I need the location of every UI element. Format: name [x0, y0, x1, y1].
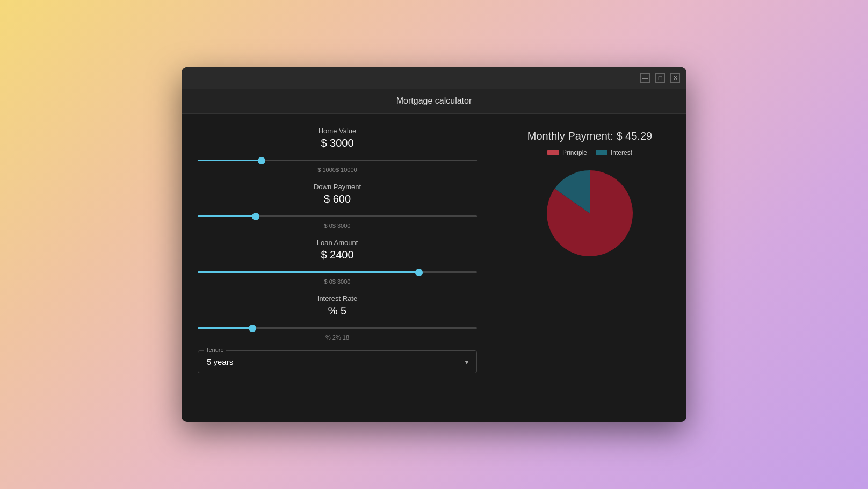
legend-interest-label: Interest [611, 149, 632, 156]
close-button[interactable]: ✕ [670, 73, 680, 83]
pie-chart-svg [541, 165, 638, 262]
home-value-slider-container [198, 154, 477, 163]
down-payment-slider-container [198, 210, 477, 219]
interest-rate-max: % 18 [336, 334, 349, 341]
pie-chart [541, 165, 638, 262]
loan-amount-min: $ 0 [324, 278, 332, 285]
home-value-min: $ 1000 [317, 167, 336, 173]
tenure-select[interactable]: 1 year 2 years 3 years 4 years 5 years 1… [198, 351, 476, 373]
down-payment-slider[interactable] [198, 215, 477, 217]
down-payment-display: $ 600 [324, 193, 351, 205]
app-content: Home Value $ 3000 $ 1000 $ 10000 Down Pa… [182, 114, 686, 422]
chart-legend: Principle Interest [547, 149, 632, 156]
interest-rate-slider[interactable] [198, 327, 477, 329]
app-title: Mortgage calculator [396, 96, 472, 105]
loan-amount-display: $ 2400 [321, 249, 353, 261]
down-payment-range-labels: $ 0 $ 3000 [324, 222, 351, 229]
loan-amount-label: Loan Amount [317, 239, 358, 247]
legend-principle-label: Principle [562, 149, 587, 156]
interest-rate-min: % 2 [326, 334, 336, 341]
legend-principle: Principle [547, 149, 587, 156]
principle-color-swatch [547, 150, 559, 155]
home-value-range-labels: $ 1000 $ 10000 [317, 167, 357, 173]
interest-rate-group: Interest Rate % 5 % 2 % 18 [198, 294, 477, 341]
app-window: — □ ✕ Mortgage calculator Home Value $ 3… [182, 67, 686, 422]
interest-rate-display: % 5 [328, 305, 346, 317]
interest-rate-slider-container [198, 321, 477, 331]
home-value-max: $ 10000 [336, 167, 357, 173]
down-payment-max: $ 3000 [332, 222, 351, 229]
minimize-button[interactable]: — [640, 73, 650, 83]
interest-color-swatch [596, 150, 607, 155]
tenure-group: Tenure 1 year 2 years 3 years 4 years 5 … [198, 350, 477, 373]
home-value-slider[interactable] [198, 160, 477, 161]
legend-interest: Interest [596, 149, 632, 156]
down-payment-min: $ 0 [324, 222, 332, 229]
loan-amount-max: $ 3000 [332, 278, 351, 285]
home-value-group: Home Value $ 3000 $ 1000 $ 10000 [198, 127, 477, 173]
titlebar: — □ ✕ [182, 67, 686, 89]
loan-amount-slider-container [198, 265, 477, 275]
loan-amount-group: Loan Amount $ 2400 $ 0 $ 3000 [198, 239, 477, 285]
interest-rate-label: Interest Rate [317, 294, 357, 303]
left-panel: Home Value $ 3000 $ 1000 $ 10000 Down Pa… [182, 114, 493, 422]
home-value-display: $ 3000 [321, 137, 353, 149]
home-value-label: Home Value [319, 127, 357, 135]
window-controls: — □ ✕ [640, 73, 680, 83]
right-panel: Monthly Payment: $ 45.29 Principle Inter… [493, 114, 686, 422]
monthly-payment-display: Monthly Payment: $ 45.29 [527, 130, 652, 142]
tenure-label: Tenure [204, 347, 226, 353]
loan-amount-range-labels: $ 0 $ 3000 [324, 278, 351, 285]
down-payment-group: Down Payment $ 600 $ 0 $ 3000 [198, 183, 477, 229]
maximize-button[interactable]: □ [655, 73, 665, 83]
down-payment-label: Down Payment [314, 183, 361, 191]
interest-rate-range-labels: % 2 % 18 [326, 334, 349, 341]
loan-amount-slider[interactable] [198, 271, 477, 273]
app-header: Mortgage calculator [182, 89, 686, 114]
